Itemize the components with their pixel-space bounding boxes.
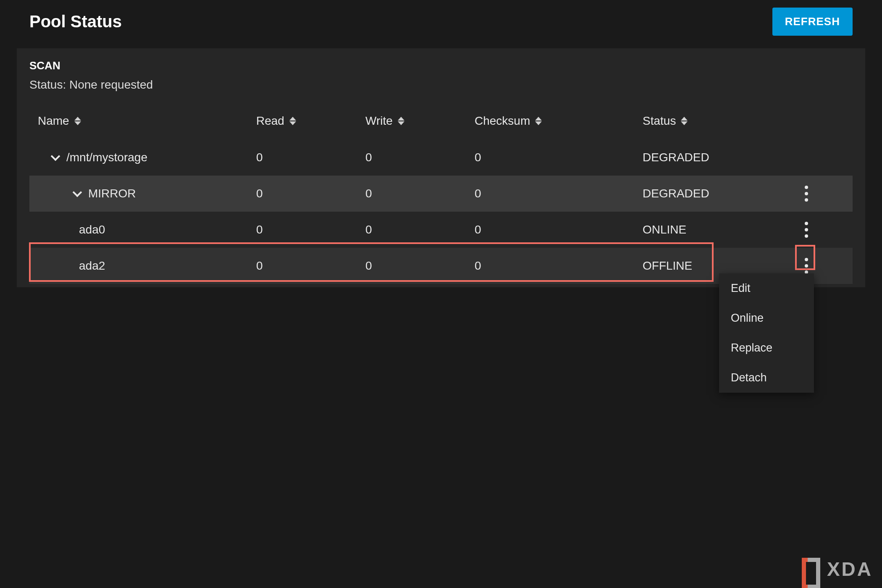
table-header: Name Read Write Checksum Status — [29, 108, 853, 139]
row-checksum: 0 — [475, 151, 643, 164]
row-name: ada2 — [29, 259, 256, 273]
menu-item-detach[interactable]: Detach — [719, 363, 814, 393]
sort-icon — [535, 117, 542, 125]
sort-icon — [681, 117, 688, 125]
row-read: 0 — [256, 223, 365, 236]
table-row[interactable]: MIRROR 0 0 0 DEGRADED — [29, 176, 853, 212]
col-status[interactable]: Status — [643, 114, 781, 128]
menu-item-edit[interactable]: Edit — [719, 273, 814, 303]
chevron-down-icon[interactable] — [51, 152, 60, 161]
col-name[interactable]: Name — [29, 114, 256, 128]
pool-status-panel: Pool Status REFRESH SCAN Status: None re… — [17, 0, 865, 287]
scan-status: Status: None requested — [29, 78, 853, 92]
scan-heading: SCAN — [29, 59, 853, 72]
row-status: DEGRADED — [643, 187, 781, 200]
row-actions-button[interactable] — [796, 182, 816, 205]
table-row[interactable]: /mnt/mystorage 0 0 0 DEGRADED — [29, 139, 853, 176]
menu-item-online[interactable]: Online — [719, 303, 814, 333]
row-write: 0 — [365, 187, 475, 200]
refresh-button[interactable]: REFRESH — [772, 8, 853, 36]
pool-status-table: Name Read Write Checksum Status — [29, 108, 853, 284]
row-checksum: 0 — [475, 259, 643, 273]
chevron-down-icon[interactable] — [73, 188, 82, 197]
col-checksum[interactable]: Checksum — [475, 114, 643, 128]
row-read: 0 — [256, 259, 365, 273]
sort-icon — [289, 117, 296, 125]
row-write: 0 — [365, 223, 475, 236]
row-write: 0 — [365, 151, 475, 164]
row-status: DEGRADED — [643, 151, 781, 164]
row-read: 0 — [256, 151, 365, 164]
sort-icon — [398, 117, 404, 125]
row-status: ONLINE — [643, 223, 781, 236]
watermark-icon — [802, 558, 820, 580]
row-name: MIRROR — [29, 187, 256, 200]
scan-block: SCAN Status: None requested Name Read Wr… — [17, 48, 865, 287]
watermark: XDA — [802, 558, 873, 580]
row-actions-button[interactable] — [796, 218, 816, 242]
row-status: OFFLINE — [643, 259, 781, 273]
row-read: 0 — [256, 187, 365, 200]
row-checksum: 0 — [475, 187, 643, 200]
menu-item-replace[interactable]: Replace — [719, 333, 814, 363]
row-checksum: 0 — [475, 223, 643, 236]
row-name: ada0 — [29, 223, 256, 236]
panel-header: Pool Status REFRESH — [17, 3, 865, 48]
row-actions-menu: Edit Online Replace Detach — [719, 273, 814, 393]
col-read[interactable]: Read — [256, 114, 365, 128]
row-write: 0 — [365, 259, 475, 273]
page-title: Pool Status — [29, 12, 122, 31]
row-name: /mnt/mystorage — [29, 151, 256, 164]
table-row[interactable]: ada0 0 0 0 ONLINE — [29, 212, 853, 248]
sort-icon — [74, 117, 81, 125]
col-write[interactable]: Write — [365, 114, 475, 128]
